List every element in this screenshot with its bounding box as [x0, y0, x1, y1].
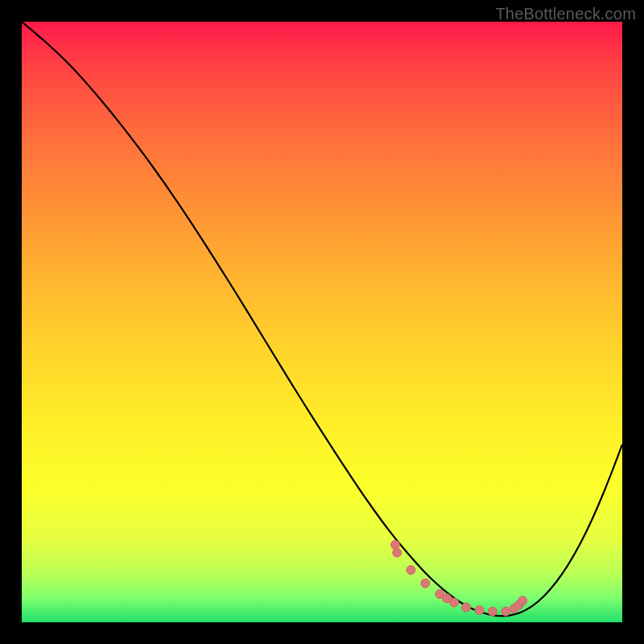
data-marker: [462, 603, 471, 612]
watermark: TheBottleneck.com: [495, 5, 636, 23]
marker-layer: [22, 22, 622, 622]
data-marker: [502, 607, 510, 616]
data-marker: [450, 598, 459, 607]
data-marker: [488, 607, 497, 616]
data-marker: [393, 548, 402, 557]
data-marker: [421, 579, 430, 588]
data-marker: [407, 566, 415, 575]
data-marker: [391, 540, 400, 549]
data-marker: [475, 606, 484, 615]
data-marker: [518, 597, 527, 605]
